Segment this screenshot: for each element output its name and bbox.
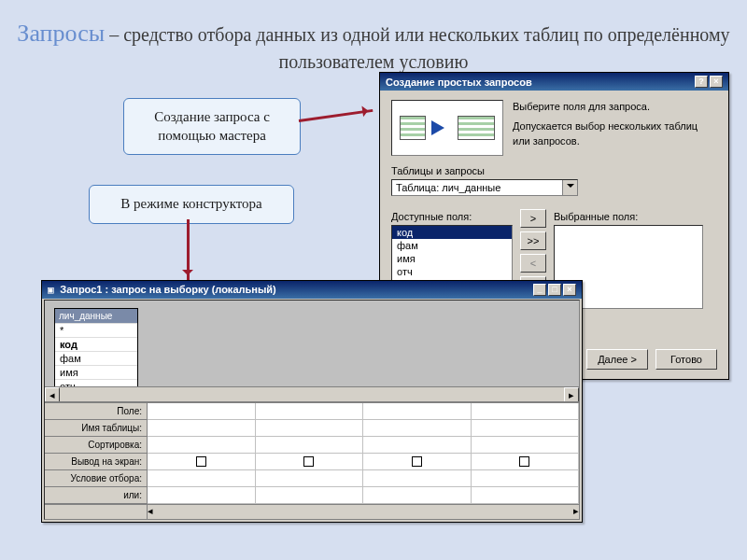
grid-cell[interactable]: [148, 487, 256, 503]
tables-label: Таблицы и запросы: [391, 165, 717, 176]
finish-button[interactable]: Готово: [655, 349, 717, 370]
grid-cell[interactable]: [472, 487, 580, 503]
row-header: Поле:: [45, 403, 147, 420]
grid-cell[interactable]: [256, 403, 364, 419]
add-all-button[interactable]: >>: [520, 231, 546, 250]
show-checkbox[interactable]: [519, 456, 529, 467]
grid-cell[interactable]: [363, 420, 472, 436]
grid-cell[interactable]: [472, 420, 580, 436]
arrow-to-wizard: [299, 109, 374, 122]
designer-window: ▣ Запрос1 : запрос на выборку (локальный…: [41, 280, 583, 523]
add-button[interactable]: >: [520, 209, 546, 228]
next-button[interactable]: Далее >: [586, 349, 648, 370]
grid-cell[interactable]: [148, 454, 256, 469]
callout-wizard: Создание запроса с помощью мастера: [123, 98, 301, 155]
row-header: Сортировка:: [45, 437, 147, 454]
scroll-right-icon[interactable]: ▸: [564, 387, 579, 402]
grid-cell[interactable]: [256, 454, 364, 469]
wizard-hint1: Выберите поля для запроса.: [513, 101, 650, 112]
wizard-title: Создание простых запросов: [386, 77, 532, 88]
field-row[interactable]: *: [55, 323, 137, 337]
wizard-illustration: [391, 100, 503, 156]
list-item[interactable]: фам: [392, 239, 512, 252]
row-header: Условие отбора:: [45, 470, 147, 487]
grid-cell[interactable]: [363, 470, 472, 486]
grid-cell[interactable]: [148, 470, 256, 486]
field-row[interactable]: код: [55, 337, 137, 351]
show-checkbox[interactable]: [412, 456, 422, 467]
list-item[interactable]: имя: [392, 252, 512, 265]
help-button[interactable]: ?: [695, 76, 708, 88]
grid-cell[interactable]: [363, 403, 472, 419]
title-rest: – средство отбора данных из одной или не…: [105, 24, 729, 72]
scroll-left-icon[interactable]: ◂: [148, 505, 153, 519]
scroll-left-icon[interactable]: ◂: [45, 387, 60, 402]
grid-cell[interactable]: [472, 437, 580, 453]
table-fieldlist[interactable]: лич_данные * код фам имя отч: [54, 308, 138, 394]
tables-combo-input[interactable]: [392, 180, 562, 195]
available-label: Доступные поля:: [391, 211, 513, 222]
selected-label: Выбранные поля:: [554, 211, 717, 222]
arrow-to-designer: [187, 219, 190, 280]
grid-cell[interactable]: [148, 420, 256, 436]
designer-title: ▣ Запрос1 : запрос на выборку (локальный…: [48, 284, 276, 296]
minimize-button[interactable]: _: [533, 284, 546, 296]
maximize-button[interactable]: □: [548, 284, 561, 296]
grid-cell[interactable]: [148, 437, 256, 453]
designer-tables-pane[interactable]: лич_данные * код фам имя отч ◂ ▸: [45, 301, 579, 403]
list-item[interactable]: отч: [392, 265, 512, 278]
grid-cell[interactable]: [363, 437, 472, 453]
row-header: Вывод на экран:: [45, 454, 147, 470]
grid-cell[interactable]: [256, 437, 364, 453]
grid-cell[interactable]: [256, 487, 364, 503]
wizard-hint2: Допускается выбор нескольких таблиц или …: [513, 119, 717, 148]
wizard-titlebar[interactable]: Создание простых запросов ? ×: [380, 73, 728, 91]
grid-cell[interactable]: [472, 454, 580, 469]
slide-title: Запросы – средство отбора данных из одно…: [0, 17, 747, 75]
show-checkbox[interactable]: [303, 456, 314, 467]
grid-cell[interactable]: [472, 403, 580, 419]
scroll-right-icon[interactable]: ▸: [573, 505, 579, 519]
tables-combo[interactable]: [391, 179, 578, 196]
field-row[interactable]: фам: [55, 351, 137, 365]
design-grid[interactable]: Поле: Имя таблицы: Сортировка: Вывод на …: [45, 403, 579, 504]
close-button[interactable]: ×: [710, 76, 723, 88]
designer-titlebar[interactable]: ▣ Запрос1 : запрос на выборку (локальный…: [42, 281, 582, 299]
grid-cell[interactable]: [363, 487, 472, 503]
grid-cell[interactable]: [472, 470, 580, 486]
list-item[interactable]: код: [392, 226, 512, 239]
show-checkbox[interactable]: [196, 456, 206, 467]
remove-button[interactable]: <: [520, 254, 546, 273]
row-header: Имя таблицы:: [45, 420, 147, 437]
field-row[interactable]: имя: [55, 365, 137, 379]
grid-cell[interactable]: [256, 470, 364, 486]
row-header: или:: [45, 487, 147, 504]
dropdown-icon[interactable]: [562, 180, 577, 195]
close-button[interactable]: ×: [563, 284, 576, 296]
callout-designer: В режиме конструктора: [89, 185, 294, 224]
grid-cell[interactable]: [363, 454, 472, 469]
title-keyword: Запросы: [17, 20, 105, 47]
grid-cell[interactable]: [148, 403, 256, 419]
table-header[interactable]: лич_данные: [55, 309, 137, 323]
grid-cell[interactable]: [256, 420, 364, 436]
